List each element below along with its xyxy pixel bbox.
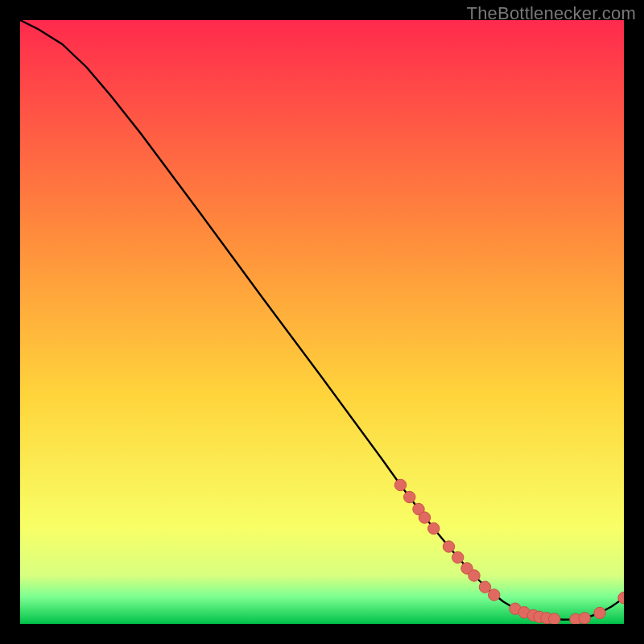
data-dot <box>394 479 406 490</box>
data-dot <box>479 581 490 592</box>
data-dot <box>443 541 454 552</box>
bottleneck-chart <box>20 20 624 624</box>
gradient-background <box>20 20 624 624</box>
data-dot <box>404 491 415 502</box>
data-dot <box>579 613 590 624</box>
data-dot <box>452 551 464 563</box>
chart-stage: TheBottlenecker.com <box>0 0 644 644</box>
data-dot <box>428 522 440 534</box>
data-dot <box>469 570 480 581</box>
data-dot <box>489 589 500 601</box>
data-dot <box>549 613 560 624</box>
attribution-text: TheBottlenecker.com <box>467 3 636 24</box>
data-dot <box>419 512 430 523</box>
data-dot <box>594 607 605 618</box>
